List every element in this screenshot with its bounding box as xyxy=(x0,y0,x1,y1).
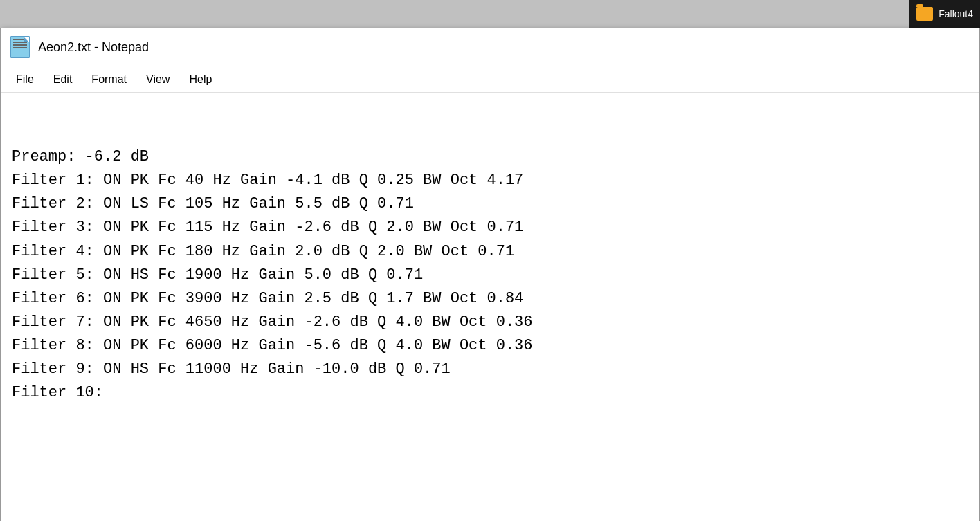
window-title: Aeon2.txt - Notepad xyxy=(38,40,149,55)
text-content-area[interactable]: Preamp: -6.2 dBFilter 1: ON PK Fc 40 Hz … xyxy=(1,93,979,521)
taskbar: Fallout4 xyxy=(909,0,980,28)
notepad-icon-image xyxy=(10,36,30,58)
text-line: Filter 2: ON LS Fc 105 Hz Gain 5.5 dB Q … xyxy=(12,192,968,216)
menu-view[interactable]: View xyxy=(136,71,179,89)
folder-label: Fallout4 xyxy=(938,8,973,19)
text-line: Filter 9: ON HS Fc 11000 Hz Gain -10.0 d… xyxy=(12,358,968,381)
menu-bar: File Edit Format View Help xyxy=(1,66,979,93)
text-line: Filter 8: ON PK Fc 6000 Hz Gain -5.6 dB … xyxy=(12,334,968,358)
notepad-icon xyxy=(9,36,31,58)
menu-edit[interactable]: Edit xyxy=(44,71,82,89)
text-line: Filter 4: ON PK Fc 180 Hz Gain 2.0 dB Q … xyxy=(12,240,968,264)
text-line: Preamp: -6.2 dB xyxy=(12,145,968,169)
menu-file[interactable]: File xyxy=(6,71,44,89)
menu-help[interactable]: Help xyxy=(179,71,221,89)
notepad-window: Aeon2.txt - Notepad File Edit Format Vie… xyxy=(0,28,980,521)
text-line: Filter 6: ON PK Fc 3900 Hz Gain 2.5 dB Q… xyxy=(12,287,968,311)
text-line: Filter 3: ON PK Fc 115 Hz Gain -2.6 dB Q… xyxy=(12,216,968,239)
text-line: Filter 7: ON PK Fc 4650 Hz Gain -2.6 dB … xyxy=(12,311,968,334)
fallout-folder-item[interactable]: Fallout4 xyxy=(916,7,973,21)
text-line: Filter 5: ON HS Fc 1900 Hz Gain 5.0 dB Q… xyxy=(12,264,968,287)
folder-icon xyxy=(916,7,933,21)
title-bar: Aeon2.txt - Notepad xyxy=(1,28,979,66)
text-line: Filter 10: xyxy=(12,381,968,405)
menu-format[interactable]: Format xyxy=(82,71,136,89)
text-line: Filter 1: ON PK Fc 40 Hz Gain -4.1 dB Q … xyxy=(12,169,968,192)
